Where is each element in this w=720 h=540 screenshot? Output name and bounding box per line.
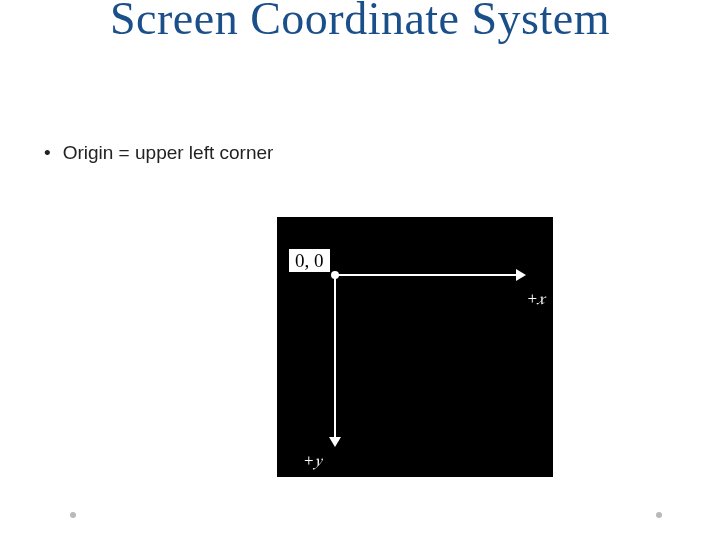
bullet-marker: •: [44, 142, 51, 164]
y-axis-line: [334, 274, 336, 439]
origin-point-icon: [331, 271, 339, 279]
bullet-text: Origin = upper left corner: [63, 142, 274, 163]
origin-label: 0, 0: [289, 249, 330, 272]
coordinate-diagram: 0, 0 ++x𝑥 ++y𝑦: [277, 217, 553, 477]
x-axis-label: ++x𝑥: [527, 289, 545, 309]
decorative-dot-icon: [70, 512, 76, 518]
decorative-dot-icon: [656, 512, 662, 518]
x-axis-line: [334, 274, 518, 276]
slide-title: Screen Coordinate System: [0, 0, 720, 45]
y-axis-label: ++y𝑦: [304, 451, 322, 471]
slide: Screen Coordinate System •Origin = upper…: [0, 0, 720, 540]
bullet-item: •Origin = upper left corner: [44, 142, 273, 164]
x-axis-arrow-icon: [516, 269, 526, 281]
y-axis-arrow-icon: [329, 437, 341, 447]
